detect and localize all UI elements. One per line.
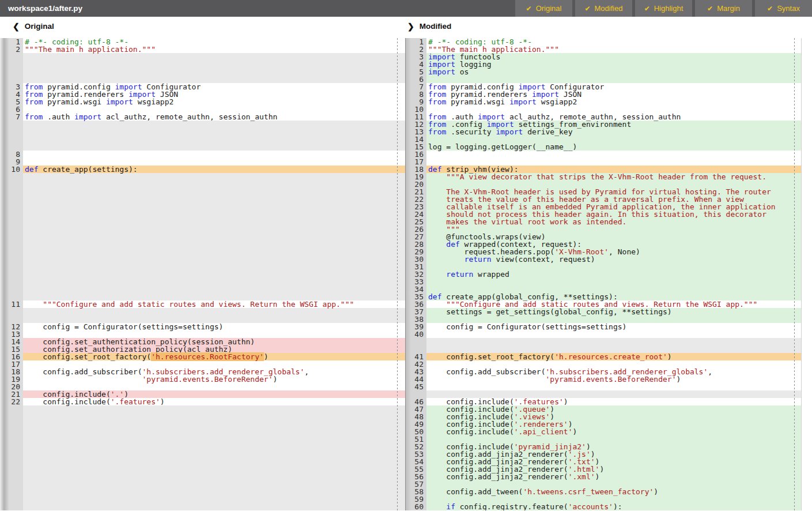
- code-line: [23, 241, 405, 248]
- line-number: [0, 285, 23, 293]
- code-line: [23, 450, 405, 458]
- code-line: [23, 121, 405, 128]
- code-line: [23, 278, 405, 285]
- code-line: [23, 173, 405, 181]
- code-line: [23, 248, 405, 256]
- check-icon: ✔: [767, 5, 773, 13]
- code-line: [23, 68, 405, 76]
- line-number: [0, 465, 23, 473]
- chevron-left-icon: ❮: [13, 22, 20, 31]
- code-line: import logging: [426, 61, 801, 68]
- line-number: [0, 233, 23, 241]
- code-line: [23, 256, 405, 263]
- chevron-right-icon: ❯: [407, 22, 414, 31]
- line-number: [0, 450, 23, 458]
- code-line: settings = get_settings(global_config, *…: [426, 308, 801, 315]
- line-number: [0, 61, 23, 68]
- code-line: config.set_root_factory('h.resources.Roo…: [23, 353, 405, 360]
- code-line: return view(context, request): [426, 256, 801, 263]
- code-line: [23, 218, 405, 226]
- line-number: [0, 270, 23, 278]
- code-line: if config.registry.feature('accounts'):: [426, 503, 801, 510]
- check-icon: ✔: [644, 5, 650, 13]
- line-number: 10: [0, 166, 23, 173]
- line-number: [0, 203, 23, 211]
- code-line: 'pyramid.events.BeforeRender'): [23, 375, 405, 383]
- line-number: [0, 473, 23, 480]
- code-line: makes the virtual root work as intended.: [426, 218, 801, 226]
- line-number: [0, 256, 23, 263]
- modified-line-number-gutter: 1234567891011121314151617181920212223242…: [405, 38, 426, 510]
- code-line: [23, 495, 405, 503]
- code-line: [23, 458, 405, 465]
- line-number: [0, 173, 23, 181]
- titlebar: workspace1/after.py ✔ Original ✔ Modifie…: [0, 0, 812, 17]
- code-line: [23, 196, 405, 203]
- code-line: """The main h application.""": [23, 46, 405, 53]
- line-number: 7: [0, 113, 23, 121]
- line-number: 22: [0, 398, 23, 405]
- line-number: [0, 68, 23, 76]
- code-line: from pyramid.wsgi import wsgiapp2: [23, 98, 405, 106]
- line-number: [0, 443, 23, 450]
- code-line: from .security import derive_key: [426, 128, 801, 136]
- original-code-pane[interactable]: # -*- coding: utf-8 -*-"""The main h app…: [23, 38, 405, 510]
- code-line: """Configure and add static routes and v…: [23, 300, 405, 308]
- line-number: [0, 405, 23, 413]
- line-number: [0, 428, 23, 435]
- code-line: [23, 136, 405, 143]
- line-number: [0, 128, 23, 136]
- column-margin-line: [397, 38, 398, 510]
- code-line: [426, 151, 801, 158]
- original-pane-label: Original: [25, 22, 54, 31]
- code-line: [23, 263, 405, 270]
- code-line: [23, 465, 405, 473]
- code-line: config = Configurator(settings=settings): [23, 323, 405, 330]
- code-line: config = Configurator(settings=settings): [426, 323, 801, 330]
- toggle-margin-button[interactable]: ✔ Margin: [695, 0, 752, 17]
- code-line: [23, 226, 405, 233]
- line-number: 45: [406, 383, 426, 390]
- modified-code-pane[interactable]: # -*- coding: utf-8 -*-"""The main h app…: [426, 38, 801, 510]
- code-line: [23, 61, 405, 68]
- code-line: [23, 413, 405, 420]
- toggle-modified-button[interactable]: ✔ Modified: [575, 0, 632, 17]
- code-line: [23, 143, 405, 151]
- code-line: [23, 435, 405, 443]
- line-number: [0, 458, 23, 465]
- line-number: [0, 413, 23, 420]
- toggle-original-button[interactable]: ✔ Original: [515, 0, 572, 17]
- code-line: from pyramid.wsgi import wsgiapp2: [426, 98, 801, 106]
- code-line: [426, 338, 801, 345]
- line-number: [0, 53, 23, 61]
- code-line: [23, 128, 405, 136]
- code-line: [23, 285, 405, 293]
- code-line: import os: [426, 68, 801, 76]
- line-number: [0, 435, 23, 443]
- original-pane-header: ❮ Original: [13, 17, 54, 36]
- code-line: [23, 211, 405, 218]
- code-line: [23, 503, 405, 510]
- modified-pane-header: ❯ Modified: [407, 17, 451, 36]
- line-number: [0, 226, 23, 233]
- line-number: [0, 181, 23, 188]
- check-icon: ✔: [707, 5, 713, 13]
- code-line: [23, 428, 405, 435]
- line-number: [0, 495, 23, 503]
- line-number: [0, 480, 23, 488]
- line-number: [0, 188, 23, 196]
- code-line: return wrapped: [426, 270, 801, 278]
- code-line: [23, 420, 405, 428]
- code-line: config.set_root_factory('h.resources.cre…: [426, 353, 801, 360]
- line-number: [0, 263, 23, 270]
- toggle-syntax-button[interactable]: ✔ Syntax: [755, 0, 812, 17]
- line-number: 11: [0, 300, 23, 308]
- pane-headers: ❮ Original ❯ Modified: [0, 17, 812, 36]
- modified-pane-label: Modified: [420, 22, 452, 31]
- code-line: config.add_tween('h.tweens.csrf_tween_fa…: [426, 488, 801, 495]
- line-number: [0, 196, 23, 203]
- toggle-highlight-button[interactable]: ✔ Highlight: [635, 0, 692, 17]
- code-line: [426, 383, 801, 390]
- right-edge-spacer: [801, 38, 812, 510]
- toolbar: ✔ Original ✔ Modified ✔ Highlight ✔ Marg…: [515, 0, 812, 17]
